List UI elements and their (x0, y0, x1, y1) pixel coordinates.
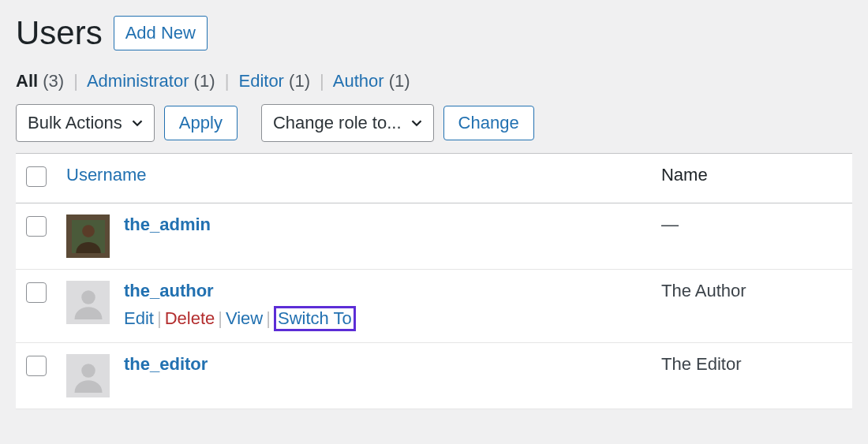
page-title: Users (16, 14, 103, 52)
filter-all-count: (3) (43, 71, 64, 91)
name-cell: — (652, 203, 852, 270)
bulk-actions-label: Bulk Actions (28, 113, 122, 133)
filter-editor-count: (1) (289, 71, 310, 91)
name-cell: The Editor (652, 343, 852, 409)
add-new-button[interactable]: Add New (114, 16, 208, 51)
avatar (66, 281, 110, 324)
table-row: the_authorEdit|Delete|View|Switch ToThe … (16, 270, 852, 343)
filter-admin-count: (1) (194, 71, 215, 91)
change-button[interactable]: Change (443, 106, 534, 140)
avatar (66, 354, 110, 397)
role-filter-bar: All (3) | Administrator (1) | Editor (1)… (16, 71, 852, 91)
filter-author-label: Author (333, 71, 384, 91)
svg-point-1 (82, 225, 95, 237)
name-cell: The Author (652, 270, 852, 343)
table-row: the_editorThe Editor (16, 343, 852, 409)
row-checkbox[interactable] (26, 356, 47, 376)
filter-editor-label: Editor (238, 71, 283, 91)
filter-author[interactable]: Author (1) (333, 71, 410, 91)
column-name[interactable]: Name (652, 154, 852, 203)
table-row: the_admin— (16, 203, 852, 270)
column-username[interactable]: Username (57, 154, 652, 203)
switch-to-link[interactable]: Switch To (274, 306, 356, 331)
filter-admin-label: Administrator (87, 71, 189, 91)
svg-point-2 (81, 290, 95, 304)
row-checkbox[interactable] (26, 282, 47, 303)
username-link[interactable]: the_author (124, 281, 356, 301)
filter-all[interactable]: All (3) (16, 71, 69, 91)
users-table: Username Name the_admin—the_authorEdit|D… (16, 153, 852, 409)
row-actions: Edit|Delete|View|Switch To (124, 306, 356, 331)
row-checkbox[interactable] (26, 216, 47, 237)
filter-author-count: (1) (389, 71, 410, 91)
bulk-actions-select[interactable]: Bulk Actions (16, 104, 155, 142)
edit-link[interactable]: Edit (124, 308, 154, 328)
chevron-down-icon (129, 114, 146, 132)
username-link[interactable]: the_admin (124, 215, 211, 235)
change-role-select[interactable]: Change role to... (261, 104, 434, 142)
avatar (66, 215, 110, 258)
filter-all-label: All (16, 71, 38, 91)
filter-administrator[interactable]: Administrator (1) (87, 71, 220, 91)
apply-button[interactable]: Apply (164, 106, 238, 140)
username-link[interactable]: the_editor (124, 354, 208, 375)
svg-point-3 (81, 364, 95, 378)
change-role-label: Change role to... (273, 113, 402, 133)
chevron-down-icon (408, 114, 425, 132)
select-all-checkbox[interactable] (26, 166, 47, 187)
filter-editor[interactable]: Editor (1) (238, 71, 315, 91)
delete-link[interactable]: Delete (165, 308, 215, 328)
view-link[interactable]: View (226, 308, 263, 328)
